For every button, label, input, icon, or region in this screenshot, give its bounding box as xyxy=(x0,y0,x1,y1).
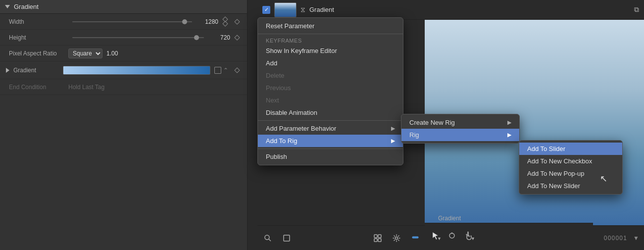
svg-point-0 xyxy=(265,235,269,240)
arrow-right-icon: ▶ xyxy=(391,125,395,132)
menu-next-keyframe[interactable]: Next xyxy=(258,94,403,106)
submenu2-add-to-new-checkbox[interactable]: Add To New Checkbox xyxy=(519,155,622,167)
rig-submenu: Create New Rig ▶ Rig ▶ xyxy=(401,114,520,144)
arrow-right-icon-3: ▶ xyxy=(507,119,511,126)
submenu-rig[interactable]: Rig ▶ xyxy=(401,129,519,141)
svg-point-16 xyxy=(451,232,453,234)
end-condition-row: End Condition Hold Last Tag xyxy=(0,79,247,95)
rotation-tool-icon[interactable] xyxy=(446,230,457,241)
submenu2-add-to-new-popup[interactable]: Add To New Pop-up xyxy=(519,167,622,180)
gradient-canvas-label: Gradient xyxy=(425,214,474,223)
layers-icon[interactable] xyxy=(410,233,421,244)
svg-point-7 xyxy=(396,237,398,239)
menu-show-keyframe-editor[interactable]: Show In Keyframe Editor xyxy=(258,45,403,57)
menu-keyframes-section: KEYFRAMES xyxy=(258,36,403,45)
width-keyframe-icon[interactable] xyxy=(220,17,230,27)
layer-title: Gradient xyxy=(309,6,630,13)
frame-icon[interactable] xyxy=(281,233,292,244)
gradient-expand-triangle[interactable] xyxy=(6,68,9,73)
gradient-preview[interactable] xyxy=(63,66,210,75)
submenu-create-new-rig[interactable]: Create New Rig ▶ xyxy=(401,116,519,129)
height-param-row: Height 720 xyxy=(0,30,247,46)
end-condition-label: End Condition xyxy=(9,84,68,91)
width-slider[interactable] xyxy=(72,21,192,22)
gradient-icons: ⌃ xyxy=(214,67,228,74)
menu-separator-2 xyxy=(258,120,403,121)
layer-type-icon: ⧖ xyxy=(300,5,305,14)
width-value: 1280 xyxy=(196,18,218,25)
menu-previous-keyframe[interactable]: Previous xyxy=(258,82,403,94)
top-bar: ✓ ⧖ Gradient ⧉ xyxy=(257,0,644,20)
menu-disable-animation[interactable]: Disable Animation xyxy=(258,106,403,119)
layer-lock-icon[interactable]: ⧉ xyxy=(634,5,639,14)
gradient-anim-icon[interactable] xyxy=(232,65,242,75)
panel-title: Gradient xyxy=(14,3,39,10)
par-select[interactable]: Square xyxy=(68,49,102,58)
grid-icon[interactable] xyxy=(372,233,383,244)
arrow-right-icon-2: ▶ xyxy=(391,138,395,144)
context-menu: Reset Parameter KEYFRAMES Show In Keyfra… xyxy=(257,17,403,165)
svg-rect-6 xyxy=(378,239,381,242)
width-label: Width xyxy=(9,18,68,25)
menu-separator-1 xyxy=(258,34,403,34)
hand-tool-icon[interactable]: ▼ xyxy=(463,230,474,241)
gradient-copy-icon[interactable] xyxy=(214,67,221,74)
panel-header: Gradient xyxy=(0,0,247,14)
gear-icon[interactable] xyxy=(391,233,402,244)
width-anim-icon[interactable] xyxy=(232,17,242,27)
height-value: 720 xyxy=(208,34,230,41)
menu-add-keyframe[interactable]: Add xyxy=(258,57,403,69)
submenu2-add-to-new-slider[interactable]: Add To New Slider xyxy=(519,180,622,192)
menu-delete-keyframe[interactable]: Delete xyxy=(258,69,403,82)
par-value: 1.00 xyxy=(106,50,118,57)
height-label: Height xyxy=(9,34,68,41)
bottom-toolbar-left xyxy=(257,225,426,250)
par-label: Pixel Aspect Ratio xyxy=(9,50,68,57)
svg-rect-3 xyxy=(374,235,377,238)
svg-rect-2 xyxy=(284,235,290,241)
menu-add-parameter-behavior[interactable]: Add Parameter Behavior ▶ xyxy=(258,122,403,135)
gradient-param-label: Gradient xyxy=(13,67,63,74)
menu-reset-parameter[interactable]: Reset Parameter xyxy=(258,20,403,32)
svg-rect-4 xyxy=(378,235,381,238)
visibility-checkbox[interactable]: ✓ xyxy=(262,6,270,14)
width-param-row: Width 1280 xyxy=(0,14,247,30)
search-icon[interactable] xyxy=(262,233,273,244)
timeline-dropdown-icon[interactable]: ▼ xyxy=(633,235,639,242)
menu-separator-3 xyxy=(258,149,403,149)
height-anim-icon[interactable] xyxy=(232,33,242,43)
gradient-arrow-icon[interactable]: ⌃ xyxy=(223,67,228,74)
menu-publish[interactable]: Publish xyxy=(258,150,403,163)
gradient-param-row: Gradient ⌃ xyxy=(0,61,247,79)
canvas-tools-bar: ▼ ▼ xyxy=(425,223,593,248)
svg-line-1 xyxy=(269,239,271,241)
menu-add-to-rig[interactable]: Add To Rig ▶ xyxy=(258,135,403,147)
svg-rect-5 xyxy=(374,239,377,242)
height-slider[interactable] xyxy=(72,37,204,38)
layer-thumbnail xyxy=(274,2,297,17)
arrow-right-icon-4: ▶ xyxy=(507,132,511,138)
timeline-frame-number: 000001 xyxy=(604,235,627,242)
slider-submenu: Add To Slider Add To New Checkbox Add To… xyxy=(519,140,623,195)
pixel-aspect-ratio-row: Pixel Aspect Ratio Square 1.00 xyxy=(0,46,247,61)
submenu2-add-to-slider[interactable]: Add To Slider xyxy=(519,143,622,155)
end-condition-value: Hold Last Tag xyxy=(68,84,104,91)
left-panel: Gradient Width 1280 Height 720 Pixel Asp xyxy=(0,0,248,250)
collapse-triangle[interactable] xyxy=(5,5,10,8)
selection-tool-icon[interactable]: ▼ xyxy=(430,230,441,241)
